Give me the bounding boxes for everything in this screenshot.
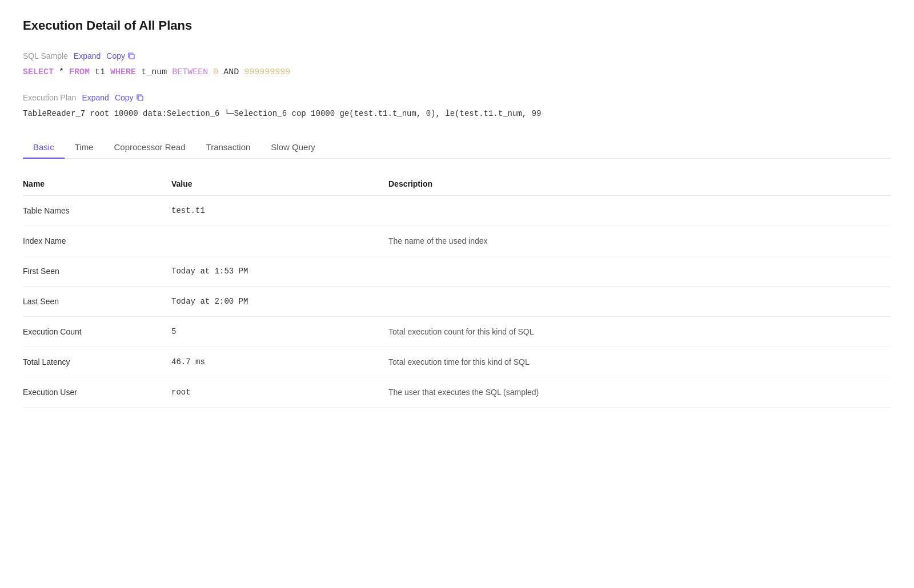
sql-from-keyword: FROM: [69, 67, 90, 77]
cell-description: Total execution time for this kind of SQ…: [388, 347, 891, 377]
cell-name: Index Name: [23, 226, 171, 256]
cell-description: [388, 196, 891, 226]
cell-value: test.t1: [171, 196, 388, 226]
sql-number-0: 0: [213, 67, 218, 77]
execution-plan-label-row: Execution Plan Expand Copy: [23, 93, 891, 102]
cell-value: [171, 226, 388, 256]
table-row: Execution UserrootThe user that executes…: [23, 377, 891, 408]
tabs-bar: Basic Time Coprocessor Read Transaction …: [23, 136, 891, 159]
cell-value: Today at 2:00 PM: [171, 287, 388, 317]
table-row: Total Latency46.7 msTotal execution time…: [23, 347, 891, 377]
sql-where-keyword: WHERE: [110, 67, 136, 77]
table-row: Index NameThe name of the used index: [23, 226, 891, 256]
cell-name: Total Latency: [23, 347, 171, 377]
svg-rect-1: [138, 96, 143, 100]
tab-time[interactable]: Time: [65, 136, 104, 159]
cell-name: Execution User: [23, 377, 171, 408]
cell-value: Today at 1:53 PM: [171, 256, 388, 287]
tab-transaction[interactable]: Transaction: [196, 136, 261, 159]
table-header-row: Name Value Description: [23, 172, 891, 196]
cell-name: Table Names: [23, 196, 171, 226]
col-description: Description: [388, 172, 891, 196]
sql-number-max: 999999999: [244, 67, 290, 77]
execution-plan-expand-link[interactable]: Expand: [82, 93, 109, 102]
tab-slow-query[interactable]: Slow Query: [260, 136, 326, 159]
table-row: Table Namestest.t1: [23, 196, 891, 226]
table-row: Execution Count5Total execution count fo…: [23, 317, 891, 347]
execution-plan-code: TableReader_7 root 10000 data:Selection_…: [23, 107, 891, 120]
cell-value: 46.7 ms: [171, 347, 388, 377]
col-value: Value: [171, 172, 388, 196]
cell-description: [388, 256, 891, 287]
sql-between-operator: BETWEEN: [172, 67, 208, 77]
col-name: Name: [23, 172, 171, 196]
cell-description: The name of the used index: [388, 226, 891, 256]
table-row: First SeenToday at 1:53 PM: [23, 256, 891, 287]
tab-basic[interactable]: Basic: [23, 136, 65, 159]
basic-table: Name Value Description Table Namestest.t…: [23, 172, 891, 408]
sql-sample-code: SELECT * FROM t1 WHERE t_num BETWEEN 0 A…: [23, 65, 891, 79]
sql-sample-label: SQL Sample: [23, 51, 68, 61]
page-title: Execution Detail of All Plans: [23, 18, 891, 33]
cell-description: The user that executes the SQL (sampled): [388, 377, 891, 408]
execution-plan-label: Execution Plan: [23, 93, 76, 102]
copy-icon: [127, 52, 135, 60]
tab-coprocessor-read[interactable]: Coprocessor Read: [103, 136, 195, 159]
cell-description: Total execution count for this kind of S…: [388, 317, 891, 347]
sql-sample-label-row: SQL Sample Expand Copy: [23, 51, 891, 61]
table-row: Last SeenToday at 2:00 PM: [23, 287, 891, 317]
copy-icon-2: [136, 94, 144, 102]
cell-name: Last Seen: [23, 287, 171, 317]
cell-description: [388, 287, 891, 317]
cell-name: First Seen: [23, 256, 171, 287]
svg-rect-0: [130, 54, 134, 59]
sql-sample-copy-link[interactable]: Copy: [106, 51, 135, 61]
sql-sample-expand-link[interactable]: Expand: [74, 51, 101, 61]
cell-value: root: [171, 377, 388, 408]
sql-select-keyword: SELECT: [23, 67, 54, 77]
execution-plan-copy-link[interactable]: Copy: [115, 93, 144, 102]
cell-name: Execution Count: [23, 317, 171, 347]
cell-value: 5: [171, 317, 388, 347]
